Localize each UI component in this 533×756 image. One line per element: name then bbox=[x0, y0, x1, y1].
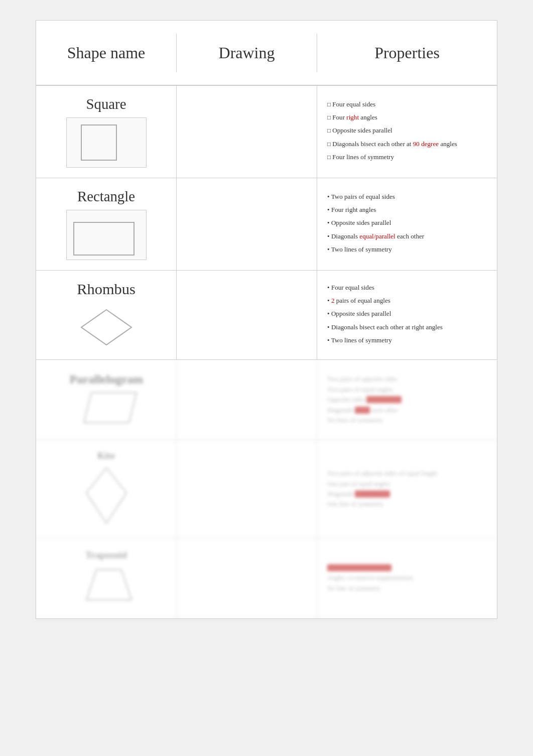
header-drawing: Drawing bbox=[177, 34, 317, 72]
square-prop-1: Four equal sides bbox=[327, 99, 487, 110]
svg-rect-0 bbox=[81, 125, 116, 160]
row-parallelogram: Parallelogram Two pairs of opposite side… bbox=[36, 360, 497, 440]
svg-marker-4 bbox=[86, 468, 126, 523]
row-rhombus: Rhombus Four equal sides 2 pairs of equa… bbox=[36, 271, 497, 360]
svg-marker-5 bbox=[86, 570, 131, 600]
rect-prop-2: Four right angles bbox=[327, 204, 487, 215]
cell-kite-name: Kite bbox=[36, 440, 177, 538]
rectangle-box bbox=[66, 210, 147, 260]
square-prop-2: Four right angles bbox=[327, 112, 487, 123]
cell-square-properties: Four equal sides Four right angles Oppos… bbox=[317, 86, 497, 178]
trapezoid-icon bbox=[71, 565, 142, 605]
cell-rhombus-properties: Four equal sides 2 pairs of equal angles… bbox=[317, 271, 497, 359]
table-header: Shape name Drawing Properties bbox=[36, 21, 497, 86]
kite-drawing-area bbox=[81, 465, 131, 528]
cell-kite-drawing bbox=[177, 440, 317, 538]
cell-rectangle-drawing bbox=[177, 178, 317, 270]
cell-rectangle-properties: Two pairs of equal sides Four right angl… bbox=[317, 178, 497, 270]
rhombus-icon bbox=[76, 307, 137, 347]
rhombus-prop-1: Four equal sides bbox=[327, 282, 487, 293]
rectangle-label: Rectangle bbox=[77, 188, 135, 205]
square-box bbox=[66, 117, 147, 168]
parallelogram-icon bbox=[71, 390, 142, 425]
rhombus-label: Rhombus bbox=[77, 281, 136, 298]
cell-rhombus-name: Rhombus bbox=[36, 271, 177, 359]
rect-highlight: equal/parallel bbox=[359, 232, 395, 240]
kite-props: Two pairs of adjacent sides of equal len… bbox=[327, 468, 487, 510]
rect-prop-3: Opposite sides parallel bbox=[327, 217, 487, 228]
square-90-highlight: 90 degree bbox=[413, 140, 439, 148]
cell-parallelogram-name: Parallelogram bbox=[36, 360, 177, 440]
cell-square-drawing bbox=[177, 86, 317, 178]
cell-rectangle-name: Rectangle bbox=[36, 178, 177, 270]
rectangle-icon bbox=[71, 215, 142, 255]
cell-trapezoid-name: Trapezoid bbox=[36, 538, 177, 618]
cell-parallelogram-properties: Two pairs of opposite sides Two pairs of… bbox=[317, 360, 497, 440]
trapezoid-label: Trapezoid bbox=[85, 550, 127, 561]
parallelogram-label: Parallelogram bbox=[69, 372, 143, 386]
square-icon bbox=[76, 122, 137, 163]
rhombus-prop-2: 2 pairs of equal angles bbox=[327, 295, 487, 306]
rhombus-prop-3: Opposite sides parallel bbox=[327, 308, 487, 319]
row-rectangle: Rectangle Two pairs of equal sides Four … bbox=[36, 178, 497, 271]
square-prop-4: Diagonals bisect each other at 90 degree… bbox=[327, 139, 487, 150]
row-trapezoid: Trapezoid No pairs of parallel sides Ang… bbox=[36, 538, 497, 618]
rhombus-drawing-area bbox=[76, 307, 137, 349]
rect-prop-1: Two pairs of equal sides bbox=[327, 191, 487, 202]
svg-rect-1 bbox=[74, 222, 134, 255]
trap-drawing-area bbox=[71, 565, 142, 607]
cell-kite-properties: Two pairs of adjacent sides of equal len… bbox=[317, 440, 497, 538]
rhombus-prop-5: Two lines of symmetry bbox=[327, 335, 487, 346]
square-right-highlight: right bbox=[346, 113, 359, 121]
svg-marker-2 bbox=[81, 310, 131, 345]
rhombus-2-highlight: 2 bbox=[331, 297, 335, 304]
row-kite: Kite Two pairs of adjacent sides of equa… bbox=[36, 440, 497, 538]
cell-square-name: Square bbox=[36, 86, 177, 178]
kite-label: Kite bbox=[97, 450, 115, 461]
square-prop-3: Opposite sides parallel bbox=[327, 125, 487, 136]
kite-icon bbox=[81, 465, 131, 526]
cell-trapezoid-properties: No pairs of parallel sides Angles co-int… bbox=[317, 538, 497, 618]
rhombus-prop-4: Diagonals bisect each other at right ang… bbox=[327, 322, 487, 333]
square-label: Square bbox=[86, 96, 126, 112]
trap-props: No pairs of parallel sides Angles co-int… bbox=[327, 563, 487, 593]
svg-marker-3 bbox=[84, 393, 137, 423]
header-properties: Properties bbox=[317, 34, 497, 72]
main-table: Shape name Drawing Properties Square Fou… bbox=[36, 20, 497, 619]
rect-prop-4: Diagonals equal/parallel each other bbox=[327, 231, 487, 242]
cell-trapezoid-drawing bbox=[177, 538, 317, 618]
cell-parallelogram-drawing bbox=[177, 360, 317, 440]
square-prop-5: Four lines of symmetry bbox=[327, 152, 487, 163]
header-shape-name: Shape name bbox=[36, 34, 177, 72]
para-drawing-area bbox=[71, 390, 142, 427]
row-square: Square Four equal sides Four right angle… bbox=[36, 86, 497, 178]
cell-rhombus-drawing bbox=[177, 271, 317, 359]
para-props: Two pairs of opposite sides Two pairs of… bbox=[327, 374, 487, 425]
rect-prop-5: Two lines of symmetry bbox=[327, 244, 487, 255]
